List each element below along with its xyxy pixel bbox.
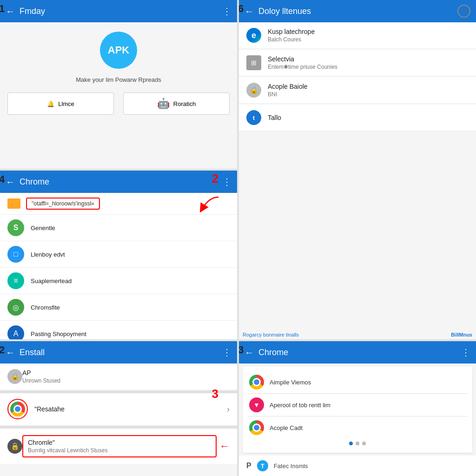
panel1-back-icon[interactable]: ←	[6, 6, 15, 17]
panel4-more-icon[interactable]: ⋮	[222, 176, 231, 187]
panel1-subtitle: Make your lim Powarw Rpreads	[76, 76, 161, 83]
panel3-card-item1-label: Aperool of tob rentt lim	[270, 402, 331, 409]
panel6-title: Doloy lltenues	[258, 7, 457, 16]
panel2-item-0[interactable]: 🔒 AP Unrown Stused	[0, 364, 237, 390]
panel3-header: ← Chrome ⋮	[239, 341, 476, 364]
lock-icon-2: 🔒	[246, 83, 261, 98]
panel3-title: Chrome	[258, 348, 461, 357]
app-icon-su: ≡	[7, 272, 24, 289]
edge-icon: e	[246, 28, 261, 43]
panel6-info-icon[interactable]: ℹ	[457, 5, 470, 18]
lock-dark-icon: 🔒	[7, 439, 22, 454]
twitter-icon: T	[257, 460, 268, 471]
panel4-red-annotation: 2	[212, 172, 218, 185]
dot-2	[362, 442, 366, 445]
panel2-title: Enstall	[20, 348, 222, 357]
panel-4: 4 ← Chrome ⋮ 2 "otaffl=_hloroow/s'ingssl…	[0, 171, 237, 339]
panel1-button-0[interactable]: 🔔 Llmce	[7, 93, 114, 115]
panel3-bottom-bar: P T Fatec Insmls	[239, 456, 476, 476]
panel6-back-icon[interactable]: ←	[245, 6, 254, 17]
panel2-item-1[interactable]: "Resatahe › 3	[0, 393, 237, 425]
panel2-more-icon[interactable]: ⋮	[222, 347, 231, 358]
panel6-item3-title: Tallo	[268, 114, 469, 121]
panel6-item1-title: Selectvia	[268, 55, 469, 63]
watermark: BillMnus	[451, 332, 472, 337]
panel4-content: "otaffl=_hloroow/s'ingssl» S Genentle □ …	[0, 193, 237, 339]
red-arrow-icon: ←	[219, 440, 230, 452]
chrome-icon-card0	[249, 375, 264, 390]
panel4-folder-item[interactable]: "otaffl=_hloroow/s'ingssl»	[0, 193, 237, 215]
panel6-item1-text: Selectvia Enlem✱time priuse Counies	[268, 55, 469, 70]
panel6-item3-text: Tallo	[268, 114, 469, 121]
app-name-0: Genentle	[31, 225, 55, 231]
panel3-card-item-0[interactable]: Aimpile Viemos	[247, 371, 468, 393]
panel2-item2-title: Chromle"	[28, 439, 211, 446]
panel2-header: ← Enstall ⋮	[0, 341, 237, 364]
panel6-header: ← Doloy lltenues ℹ	[239, 0, 476, 22]
panel-6: 6 ← Doloy lltenues ℹ e Kusp latechrope B…	[239, 0, 476, 339]
folder-label-box: "otaffl=_hloroow/s'ingssl»	[26, 198, 100, 210]
panel4-app-item-1[interactable]: □ Llenboy edvt	[0, 241, 237, 268]
panel3-card: Aimpile Viemos ▼ Aperool of tob rentt li…	[243, 366, 472, 453]
panel4-app-item-0[interactable]: S Genentle	[0, 215, 237, 241]
panel-number-3: 3	[239, 344, 244, 356]
panel3-card-item-2[interactable]: Acople Cadt	[247, 416, 468, 439]
panel4-title: Chrome	[20, 177, 222, 187]
panel4-back-icon[interactable]: ←	[6, 177, 15, 187]
panel6-item-2[interactable]: 🔒 Acople Baiole BNI	[239, 77, 476, 104]
panel3-card-item-1[interactable]: ▼ Aperool of tob rentt lim	[247, 394, 468, 416]
red-circle-highlight	[7, 399, 28, 419]
panel2-item0-text: AP Unrown Stused	[22, 369, 230, 384]
panel1-btn1-label: Roratich	[173, 100, 196, 107]
panel-number-2: 2	[0, 344, 5, 356]
panel2-item0-title: AP	[22, 369, 230, 377]
dot-1	[356, 442, 359, 445]
panel1-buttons: 🔔 Llmce 🤖 Roratich	[7, 93, 230, 115]
panel6-item0-text: Kusp latechrope Balch Coures	[268, 28, 469, 43]
store-icon: ▼	[249, 397, 264, 412]
panel2-content: 🔒 AP Unrown Stused "Resatahe › 3 🔒	[0, 364, 237, 476]
panel6-item2-text: Acople Baiole BNI	[268, 83, 469, 98]
panel6-item-0[interactable]: e Kusp latechrope Balch Coures	[239, 22, 476, 49]
bell-icon: 🔔	[47, 100, 54, 107]
panel3-back-icon[interactable]: ←	[245, 347, 254, 358]
app-name-3: Chromsfite	[31, 304, 60, 311]
panel3-more-icon[interactable]: ⋮	[461, 347, 470, 358]
panel6-content: e Kusp latechrope Balch Coures ⊞ Selectv…	[239, 22, 476, 339]
panel1-button-1[interactable]: 🤖 Roratich	[123, 93, 230, 115]
panel6-item2-sub: BNI	[268, 91, 469, 98]
app-name-1: Llenboy edvt	[31, 251, 65, 258]
panel6-item-3[interactable]: t Tallo	[239, 105, 476, 131]
panel6-item1-sub: Enlem✱time priuse Counies	[268, 64, 469, 70]
panel3-dots	[247, 439, 468, 448]
panel2-back-icon[interactable]: ←	[6, 347, 15, 358]
red-box-highlight: Chromle" Burnlig vitcaval Lewntich Stuse…	[22, 435, 217, 457]
panel4-app-item-3[interactable]: ◎ Chromsfite	[0, 294, 237, 321]
panel1-title: Fmday	[20, 7, 222, 16]
panel2-item2-sub: Burnlig vitcaval Lewntich Stuses	[28, 447, 211, 454]
app-icon-l: □	[7, 246, 24, 263]
panel1-more-icon[interactable]: ⋮	[222, 6, 231, 17]
panel2-item0-sub: Unrown Stused	[22, 377, 230, 384]
app-name-2: Suaplemertead	[31, 278, 72, 284]
dot-0	[349, 442, 353, 445]
app-icon-pa: A	[7, 325, 24, 339]
panel4-header: ← Chrome ⋮ 2	[0, 171, 237, 193]
panel3-letter-p: P	[246, 462, 251, 470]
panel-number-6: 6	[239, 3, 244, 15]
panel2-item1-text: "Resatahe	[34, 405, 227, 413]
panel6-item-1[interactable]: ⊞ Selectvia Enlem✱time priuse Counies	[239, 50, 476, 76]
panel1-header: ← Fmday ⋮	[0, 0, 237, 22]
chrome-icon-card2	[249, 420, 264, 435]
panel1-content: APK Make your lim Powarw Rpreads 🔔 Llmce…	[0, 22, 237, 169]
panel6-item0-sub: Balch Coures	[268, 36, 469, 43]
app-name-4: Pasting Shopoyment	[31, 331, 86, 337]
panel4-app-item-2[interactable]: ≡ Suaplemertead	[0, 268, 237, 294]
panel3-card-item2-label: Acople Cadt	[270, 424, 303, 431]
rogarcy-link[interactable]: Rogarcy bonmaire tinalls	[243, 332, 299, 337]
panel3-content: Aimpile Viemos ▼ Aperool of tob rentt li…	[239, 364, 476, 476]
panel2-item-2[interactable]: 🔒 Chromle" Burnlig vitcaval Lewntich Stu…	[0, 429, 237, 464]
panel4-app-item-4[interactable]: A Pasting Shopoyment	[0, 321, 237, 339]
panel3-bar-text: Fatec Insmls	[274, 463, 308, 469]
red-number-3: 3	[212, 387, 218, 401]
